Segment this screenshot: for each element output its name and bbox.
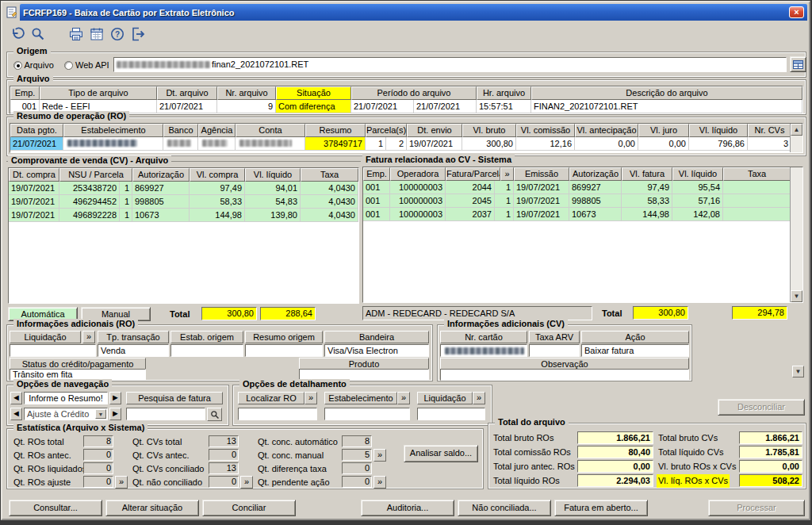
cell[interactable]: 58,33 — [190, 195, 245, 209]
col-nsu-parcela[interactable]: NSU / Parcela — [59, 168, 132, 182]
radio-webapi[interactable]: Web API — [64, 59, 109, 71]
cell[interactable]: 2045 — [446, 194, 495, 208]
cell[interactable]: 19/07/2021 — [9, 182, 59, 195]
col-operadora[interactable]: Operadora — [390, 167, 446, 181]
nr-cartao-header[interactable]: Nr. cartão — [440, 331, 527, 343]
cell[interactable]: 998805 — [132, 195, 190, 209]
cell[interactable]: 95,54 — [672, 181, 723, 194]
cell[interactable]: 001 — [363, 208, 390, 221]
col-vl-compra[interactable]: Vl. compra — [190, 168, 245, 182]
estabelecimento-more-button[interactable]: » — [397, 392, 410, 404]
resumo-origem-field[interactable] — [245, 344, 323, 357]
col-vl-antecipacao[interactable]: Vl. antecipação — [575, 124, 638, 137]
close-button[interactable]: × — [789, 6, 804, 18]
nao-conciliado-more-button[interactable]: » — [240, 476, 253, 489]
acao-header[interactable]: Ação — [581, 331, 689, 343]
chevron-down-icon[interactable]: ▼ — [95, 409, 106, 419]
cell-periodo-fim[interactable]: 21/07/2021 — [414, 100, 477, 113]
cell[interactable]: 54,83 — [245, 195, 301, 209]
cell[interactable]: 144,98 — [190, 209, 245, 222]
cell[interactable]: 1 — [495, 208, 514, 221]
cell-estabelecimento[interactable] — [63, 137, 163, 151]
col-autorizacao[interactable]: Autorização — [132, 168, 190, 182]
nao-conciliada-button[interactable]: Não conciliada... — [458, 500, 551, 516]
ajuste-next-button[interactable]: ► — [109, 408, 121, 420]
cell[interactable]: 2037 — [446, 208, 495, 221]
col-fatura-parcela[interactable]: Fatura/Parcela — [446, 167, 500, 181]
col-tipo-arquivo[interactable]: Tipo de arquivo — [40, 86, 157, 100]
col-agencia[interactable]: Agência — [198, 124, 236, 137]
cell[interactable] — [723, 181, 791, 194]
estabelecimento-header[interactable]: Estabelecimento — [324, 392, 397, 404]
col-emissao[interactable]: Emissão — [514, 167, 569, 181]
acao-field[interactable]: Baixar fatura — [581, 344, 689, 357]
file-path-input[interactable]: finan2_2021072101.RET — [113, 57, 787, 72]
cell[interactable]: 1 — [495, 181, 514, 194]
print-button[interactable] — [66, 24, 86, 44]
cell[interactable]: 001 — [363, 194, 390, 208]
cell-vl-antecipacao[interactable]: 0,00 — [575, 137, 638, 151]
scroll-down-icon[interactable]: ▼ — [791, 290, 802, 302]
exit-button[interactable] — [128, 24, 148, 44]
cell-vl-comissao[interactable]: 12,16 — [516, 137, 575, 151]
ros-ajuste-more-button[interactable]: » — [115, 476, 128, 489]
resumo-scrollbar[interactable]: ▲ — [790, 124, 802, 152]
detail-scroll-down-button[interactable]: ▼ — [792, 366, 804, 377]
resumo-origem-header[interactable]: Resumo origem — [245, 331, 323, 343]
cell-parcela[interactable]: 1 — [366, 137, 386, 151]
radio-arquivo-dot[interactable] — [13, 61, 22, 70]
col-vl-juro[interactable]: Vl. juro — [638, 124, 689, 137]
cell-vl-liquido[interactable]: 796,86 — [689, 137, 748, 151]
cell[interactable]: 1 — [495, 194, 514, 208]
cell[interactable]: 1 — [120, 209, 132, 222]
liquidacao-det-input[interactable] — [417, 408, 485, 420]
cell[interactable]: 253438720 — [59, 182, 120, 195]
liquidacao-header[interactable]: Liquidação — [10, 331, 81, 343]
col-banco[interactable]: Banco — [163, 124, 198, 137]
cell-situacao[interactable]: Com diferença — [276, 100, 351, 113]
cell[interactable]: 100000003 — [390, 181, 446, 194]
cell-parcelas-total[interactable]: 2 — [386, 137, 407, 151]
cell[interactable]: 001 — [363, 181, 390, 194]
radio-webapi-dot[interactable] — [64, 61, 73, 70]
cell[interactable]: 139,80 — [245, 209, 301, 222]
cell[interactable] — [723, 194, 791, 208]
radio-arquivo[interactable]: Arquivo — [13, 59, 54, 71]
cell[interactable]: 496294452 — [59, 195, 120, 209]
undo-button[interactable] — [7, 24, 28, 44]
cell[interactable]: 2044 — [446, 181, 495, 194]
col-hr-arquivo[interactable]: Hr. arquivo — [477, 86, 531, 100]
cell-nr[interactable]: 9 — [217, 100, 276, 113]
fatura-row[interactable]: 001 100000003 2045 1 19/07/2021 998805 5… — [363, 194, 791, 208]
col-nr-arquivo[interactable]: Nr. arquivo — [217, 86, 276, 100]
col-emp[interactable]: Emp. — [363, 167, 390, 181]
consultar-button[interactable]: Consultar... — [9, 500, 102, 516]
help-button[interactable]: ? — [107, 24, 128, 44]
col-descricao[interactable]: Descrição do arquivo — [531, 86, 802, 100]
resumo-row[interactable]: 21/07/2021 37849717 1 2 19/07/2021 300,8… — [10, 137, 791, 151]
cv-row[interactable]: 19/07/2021 496892228 1 10673 144,98 139,… — [9, 209, 358, 222]
col-dt-arquivo[interactable]: Dt. arquivo — [157, 86, 217, 100]
cell[interactable]: 19/07/2021 — [9, 195, 59, 209]
cell-vl-bruto[interactable]: 300,80 — [462, 137, 516, 151]
col-estabelecimento[interactable]: Estabelecimento — [63, 124, 163, 137]
col-dt-envio[interactable]: Dt. envio — [407, 124, 462, 137]
estab-origem-field[interactable] — [170, 344, 243, 357]
conciliar-button[interactable]: Conciliar — [202, 500, 296, 516]
pesquisa-fatura-button[interactable] — [207, 408, 222, 421]
calendar-button[interactable] — [86, 24, 107, 44]
ajuste-combo[interactable]: Ajuste à Crédito▼ — [24, 408, 108, 420]
cv-row[interactable]: 19/07/2021 253438720 1 869927 97,49 94,0… — [9, 182, 358, 195]
col-vl-liquido[interactable]: Vl. líquido — [689, 124, 748, 137]
fatura-scrollbar[interactable]: ▼ — [790, 167, 802, 302]
cell[interactable]: 97,49 — [190, 182, 245, 195]
cell-nr-cvs[interactable]: 3 — [748, 137, 791, 151]
col-vl-liquido[interactable]: Vl. líquido — [672, 167, 723, 181]
bandeira-header[interactable]: Bandeira — [324, 331, 429, 343]
col-parcelas[interactable]: Parcela(s) — [366, 124, 407, 137]
cell[interactable]: 10673 — [132, 209, 190, 222]
col-emp[interactable]: Emp. — [10, 86, 40, 100]
cell-banco[interactable] — [163, 137, 198, 151]
cell-agencia[interactable] — [198, 137, 236, 151]
pesquisa-fatura-input[interactable] — [126, 408, 205, 420]
